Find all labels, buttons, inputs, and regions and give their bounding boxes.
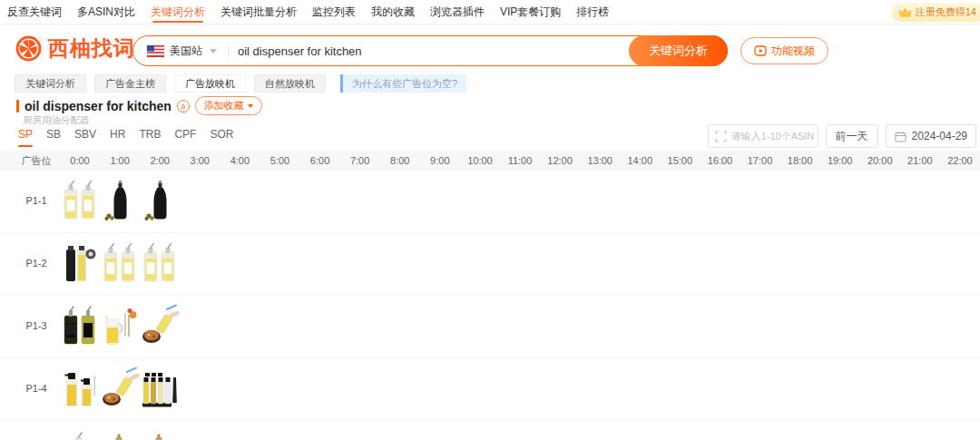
marketplace-label: 美国站 — [170, 44, 202, 59]
nav-item[interactable]: 浏览器插件 — [430, 0, 485, 24]
empty-slot — [740, 296, 779, 357]
empty-slot — [900, 171, 940, 232]
marketplace-select[interactable]: 美国站 — [133, 44, 222, 59]
product-image-two-press-top-dispensers[interactable] — [60, 358, 100, 420]
empty-slot — [220, 171, 260, 232]
empty-slot — [300, 233, 340, 295]
empty-slot — [380, 421, 420, 440]
empty-slot — [700, 421, 740, 440]
empty-slot — [460, 296, 500, 357]
empty-slot-help-link[interactable]: 为什么有些广告位为空? — [340, 74, 466, 93]
empty-slot — [420, 171, 460, 232]
nav-item[interactable]: 多ASIN对比 — [77, 0, 135, 24]
tab[interactable]: 广告金主榜 — [94, 74, 166, 93]
hour-header: 0:00 — [60, 155, 100, 166]
ad-placement-grid: 广告位 0:001:002:003:004:005:006:007:008:00… — [0, 151, 980, 440]
product-image-black-olive-label-bottle-pair[interactable] — [60, 296, 100, 357]
ad-type-subtabs: SPSBSBVHRTRBCPFSOR — [18, 128, 233, 147]
product-image-pair-yellow-oil-bottles[interactable] — [60, 171, 100, 232]
keyword-translation: 厨房用油分配器 — [23, 114, 90, 127]
logo[interactable]: 西柚找词 — [15, 34, 135, 63]
ad-type-subtab[interactable]: SBV — [74, 128, 96, 147]
empty-slot — [180, 171, 220, 232]
add-favorite-button[interactable]: 添加收藏 — [195, 96, 262, 115]
placement-row: P1-2 — [0, 233, 980, 296]
placement-row: P1-3 — [0, 296, 980, 358]
nav-item[interactable]: 关键词批量分析 — [220, 0, 297, 24]
empty-slot — [820, 233, 860, 295]
empty-slot — [260, 296, 299, 357]
product-image-four-bottle-rack-set[interactable] — [140, 358, 180, 420]
empty-slot — [860, 233, 900, 295]
product-image-oil-sprayer-with-food[interactable] — [140, 296, 180, 357]
placement-label: P1-4 — [13, 358, 60, 420]
product-image-oil-sprayer-with-food[interactable] — [100, 358, 140, 420]
product-image-cream-squeeze-bottle[interactable] — [140, 421, 180, 440]
placement-row: P1-4 — [0, 358, 980, 421]
nav-item[interactable]: 关键词分析 — [151, 0, 205, 24]
hour-header: 1:00 — [100, 155, 140, 166]
empty-slot — [940, 233, 980, 295]
nav-item[interactable]: VIP套餐订购 — [500, 0, 561, 24]
previous-day-button[interactable]: 前一天 — [826, 124, 878, 148]
keyword-analyze-button[interactable]: 关键词分析 — [629, 35, 728, 66]
ad-type-subtab[interactable]: SOR — [210, 128, 233, 147]
ad-type-subtab[interactable]: TRB — [139, 128, 161, 147]
empty-slot — [540, 171, 580, 232]
asin-input[interactable] — [731, 131, 815, 142]
empty-slot — [260, 171, 299, 232]
hour-header: 8:00 — [380, 155, 420, 166]
empty-slot — [580, 296, 620, 357]
empty-slot — [300, 296, 340, 357]
search-query-text[interactable]: oil dispenser for kitchen — [238, 44, 362, 58]
grid-header: 广告位 0:001:002:003:004:005:006:007:008:00… — [0, 151, 980, 171]
hour-header: 18:00 — [780, 155, 820, 166]
empty-slot — [380, 233, 420, 295]
nav-item[interactable]: 反查关键词 — [7, 0, 62, 24]
ad-type-subtab[interactable]: SP — [18, 128, 33, 147]
product-image-clear-glass-bottle-spout[interactable] — [60, 421, 100, 440]
empty-slot — [860, 171, 900, 232]
hour-header: 12:00 — [540, 155, 580, 166]
tab[interactable]: 自然放映机 — [254, 74, 326, 93]
empty-slot — [540, 421, 580, 440]
empty-slot — [900, 233, 940, 295]
ad-type-subtab[interactable]: CPF — [174, 128, 196, 147]
empty-slot — [900, 358, 940, 420]
empty-slot — [740, 171, 779, 232]
product-image-black-and-yellow-bottle-set[interactable] — [60, 233, 100, 295]
product-image-pair-yellow-oil-bottles[interactable] — [100, 233, 140, 295]
empty-slot — [180, 421, 220, 440]
asin-filter-box — [708, 124, 818, 148]
empty-slot — [860, 358, 900, 420]
tab[interactable]: 关键词分析 — [15, 74, 86, 93]
feature-video-button[interactable]: 功能视频 — [740, 37, 828, 64]
register-promo-badge[interactable]: 注册免费得14 — [891, 3, 980, 22]
caret-down-icon — [248, 104, 253, 108]
product-image-black-oil-bottle-olives[interactable] — [100, 171, 140, 232]
filter-controls: 前一天 2024-04-29 — [708, 124, 976, 148]
empty-slot — [300, 421, 340, 440]
placement-row — [0, 421, 980, 440]
product-image-glass-cruet-accessory-set[interactable] — [100, 296, 140, 357]
placement-label: P1-2 — [13, 233, 60, 295]
nav-item[interactable]: 我的收藏 — [371, 0, 415, 24]
search-divider — [228, 43, 229, 59]
position-column-header: 广告位 — [13, 154, 60, 168]
empty-slot — [900, 421, 940, 440]
nav-item[interactable]: 监控列表 — [312, 0, 356, 24]
date-picker[interactable]: 2024-04-29 — [886, 124, 976, 148]
empty-slot — [700, 358, 740, 420]
empty-slot — [660, 171, 700, 232]
ad-type-subtab[interactable]: SB — [46, 128, 61, 147]
product-image-cream-squeeze-bottle[interactable] — [100, 421, 140, 440]
product-image-pair-yellow-oil-bottles[interactable] — [140, 233, 180, 295]
amazon-link-icon[interactable]: a — [177, 100, 190, 112]
video-play-icon — [754, 44, 767, 57]
tab[interactable]: 广告放映机 — [174, 74, 246, 93]
title-accent-bar — [16, 100, 19, 112]
product-image-black-oil-bottle-olives[interactable] — [140, 171, 180, 232]
nav-item[interactable]: 排行榜 — [576, 0, 609, 24]
ad-type-subtab[interactable]: HR — [110, 128, 125, 147]
hour-header: 19:00 — [820, 155, 860, 166]
